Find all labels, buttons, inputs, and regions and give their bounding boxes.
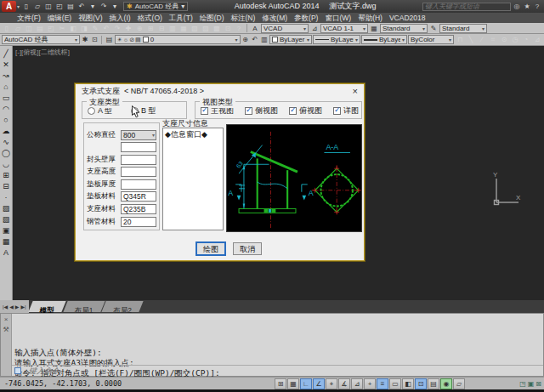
- layer-properties-icon[interactable]: ▤: [105, 35, 113, 44]
- draw-tool-icon[interactable]: A: [0, 247, 12, 258]
- draw-button[interactable]: 绘图: [196, 242, 225, 255]
- command-prompt[interactable]: ▾ 键入命令: [12, 365, 543, 376]
- draw-tool-icon[interactable]: ▭: [0, 93, 12, 104]
- menu-item[interactable]: 帮助(H): [354, 13, 386, 23]
- status-toggle-button[interactable]: ∠: [313, 378, 325, 389]
- toolbar-icon[interactable]: ⊞: [145, 24, 156, 33]
- status-toggle-button[interactable]: ≡: [377, 378, 388, 389]
- style-combo[interactable]: Standard ▾: [380, 24, 428, 33]
- view-checkbox[interactable]: ✓ 侧视图: [245, 105, 278, 116]
- chevron-down-icon[interactable]: ▾: [24, 368, 26, 374]
- status-toggle-button[interactable]: ∟: [300, 378, 312, 389]
- layout-tab[interactable]: 模型: [31, 301, 64, 312]
- toolbar-icon[interactable]: ⊓: [455, 35, 465, 44]
- status-toggle-button[interactable]: ▱: [453, 378, 465, 389]
- draw-tool-icon[interactable]: ○: [0, 115, 12, 126]
- draw-tool-icon[interactable]: ▧: [0, 214, 12, 225]
- qat-icon[interactable]: ↶: [76, 2, 87, 11]
- toolbar-icon[interactable]: ⊡: [223, 24, 233, 33]
- status-toggle-button[interactable]: ⊡: [415, 378, 427, 389]
- linetype-combo[interactable]: ByLayer ▾: [313, 35, 360, 44]
- toolbar-icon[interactable]: ✚: [123, 24, 133, 33]
- close-icon[interactable]: ×: [4, 315, 8, 323]
- help-icon[interactable]: ?: [533, 3, 541, 10]
- draw-tool-icon[interactable]: ⊞: [0, 170, 12, 181]
- menu-item[interactable]: 编辑(E): [44, 13, 75, 23]
- menu-item[interactable]: 参数(P): [291, 13, 321, 23]
- view-checkbox[interactable]: ✓ 详图: [333, 105, 359, 116]
- field-input[interactable]: ▾: [121, 142, 156, 152]
- toolbar-icon[interactable]: ◰: [46, 24, 56, 33]
- toolbar-icon[interactable]: ◷: [510, 35, 520, 44]
- make-layer-current-icon[interactable]: ⊕: [241, 35, 250, 44]
- monitor-icon[interactable]: ⊡: [90, 35, 99, 44]
- layer-combo[interactable]: ☀☼⊘▤ 0 ▾: [115, 35, 241, 44]
- close-icon[interactable]: ×: [353, 85, 358, 97]
- command-prompt-placeholder[interactable]: 键入命令: [29, 366, 60, 377]
- workspace-combo-titlebar[interactable]: ✱ AutoCAD 经典 ▾: [123, 2, 188, 11]
- status-toggle-button[interactable]: ∡: [338, 378, 350, 389]
- style-icon[interactable]: ⊿: [309, 24, 320, 33]
- draw-tool-icon[interactable]: ∿: [0, 137, 12, 148]
- toolbar-icon[interactable]: ✎: [90, 24, 100, 33]
- toolbar-icon[interactable]: ⊟: [156, 24, 167, 33]
- toolbar-icon[interactable]: ⊕: [134, 24, 144, 33]
- draw-tool-icon[interactable]: ▨: [0, 203, 12, 214]
- draw-tool-icon[interactable]: ·: [0, 192, 12, 203]
- tray-icon[interactable]: ▣: [528, 378, 535, 389]
- status-toggle-button[interactable]: +: [364, 378, 376, 389]
- qat-icon[interactable]: ▯: [21, 2, 31, 11]
- menu-item[interactable]: 视图(V): [75, 13, 105, 23]
- radio-icon[interactable]: [88, 107, 95, 115]
- field-input[interactable]: ▾: [121, 179, 156, 190]
- draw-tool-icon[interactable]: ✕: [0, 60, 12, 71]
- draw-tool-icon[interactable]: ◡: [0, 159, 12, 170]
- qat-icon[interactable]: ↷: [99, 2, 109, 11]
- qat-icon[interactable]: ◰: [54, 2, 65, 11]
- toolbar-icon[interactable]: ▦: [178, 24, 189, 33]
- layer-previous-icon[interactable]: ↶: [251, 35, 259, 44]
- checkbox-checked-icon[interactable]: ✓: [245, 107, 252, 115]
- field-input[interactable]: ▾: [121, 155, 156, 165]
- draw-tool-icon[interactable]: ◠: [0, 104, 12, 115]
- draw-tool-icon[interactable]: ⊟: [0, 181, 12, 192]
- qat-icon[interactable]: ◫: [43, 2, 54, 11]
- lineweight-combo[interactable]: ByLayer ▾: [361, 35, 407, 44]
- toolbar-icon[interactable]: ◔: [521, 35, 531, 44]
- draw-tool-icon[interactable]: ↝: [0, 71, 12, 82]
- style-combo[interactable]: VCAD ▾: [261, 24, 309, 33]
- status-toggle-button[interactable]: ▦: [287, 378, 299, 389]
- exchange-icon[interactable]: ★: [523, 3, 531, 10]
- qat-icon[interactable]: ▤: [65, 2, 76, 11]
- toolbar-icon[interactable]: ∕: [477, 35, 487, 44]
- toolbar-icon[interactable]: ◨: [79, 24, 89, 33]
- field-input[interactable]: Q235B ▾: [121, 204, 156, 214]
- layout-tab[interactable]: 布局1: [65, 301, 103, 312]
- tab-nav-arrow-icon[interactable]: |◀: [3, 304, 8, 310]
- draw-tool-icon[interactable]: ▣: [0, 225, 12, 236]
- layer-state-icon[interactable]: ⊘: [129, 37, 134, 43]
- layer-state-icon[interactable]: ☀: [117, 37, 122, 43]
- viewport-controls[interactable]: [-][俯视][二维线框]: [15, 48, 70, 57]
- draw-tool-icon[interactable]: ⌂: [0, 82, 12, 93]
- layer-state-icon[interactable]: ☼: [123, 37, 128, 43]
- draw-tool-icon[interactable]: ◯: [0, 148, 12, 159]
- status-toggle-button[interactable]: ◧: [402, 378, 414, 389]
- menu-item[interactable]: 修改(M): [258, 13, 291, 23]
- style-combo[interactable]: Standard ▾: [439, 24, 487, 33]
- draw-tool-icon[interactable]: ☁: [0, 126, 12, 137]
- layout-tab[interactable]: 布局2: [104, 301, 141, 312]
- field-input[interactable]: 800 ▾: [121, 130, 156, 140]
- menu-item[interactable]: 插入(I): [106, 13, 134, 23]
- style-icon[interactable]: A: [250, 24, 260, 33]
- checkbox-checked-icon[interactable]: ✓: [289, 107, 297, 115]
- style-combo[interactable]: VCAD 1-1 ▾: [320, 24, 368, 33]
- qat-icon[interactable]: ▾: [88, 2, 98, 11]
- menu-item[interactable]: 文件(F): [14, 13, 44, 23]
- style-icon[interactable]: ▦: [369, 24, 379, 33]
- style-icon[interactable]: ✎: [428, 24, 439, 33]
- tab-nav-arrow-icon[interactable]: ▶: [15, 304, 20, 310]
- toolbar-icon[interactable]: ◧: [68, 24, 78, 33]
- qat-icon[interactable]: ▾: [110, 2, 120, 11]
- plotstyle-combo[interactable]: ByColor ▾: [408, 35, 454, 44]
